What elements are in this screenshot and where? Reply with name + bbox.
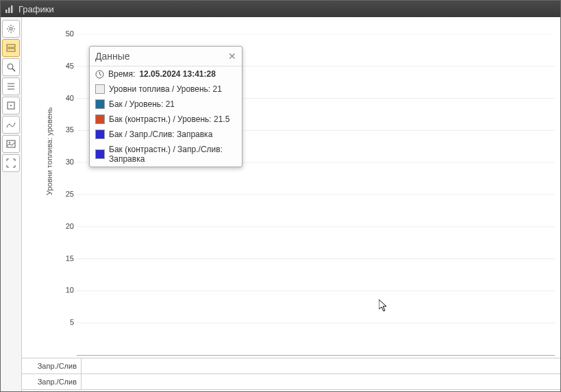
color-swatch xyxy=(95,114,105,124)
tool-zoom[interactable] xyxy=(2,58,20,76)
gantt-area: Запр./Слив Заправка Запр./Слив Заправка xyxy=(22,358,560,391)
tooltip-close-button[interactable]: ✕ xyxy=(228,51,236,62)
svg-rect-1 xyxy=(8,8,10,13)
tooltip-row-text: Бак / Запр./Слив: Заправка xyxy=(109,130,212,139)
svg-rect-0 xyxy=(5,10,8,13)
svg-point-6 xyxy=(8,64,13,69)
y-tick: 40 xyxy=(58,94,74,102)
color-swatch xyxy=(95,99,105,109)
gantt-row-label: Запр./Слив xyxy=(22,358,82,373)
y-tick: 50 xyxy=(58,29,74,38)
clock-icon xyxy=(95,70,104,79)
y-tick: 15 xyxy=(58,254,74,262)
chart-icon xyxy=(5,4,14,14)
y-tick: 5 xyxy=(58,318,74,326)
tool-image[interactable] xyxy=(2,135,20,153)
tooltip-row-text: Бак / Уровень: 21 xyxy=(109,99,175,109)
tool-fullscreen[interactable] xyxy=(2,154,20,172)
tool-panels[interactable] xyxy=(2,39,20,57)
y-axis-label: Уровни топлива: уровень xyxy=(45,107,53,195)
svg-rect-4 xyxy=(7,45,15,47)
svg-rect-5 xyxy=(7,49,15,51)
tooltip-row-text: Бак (контрастн.) / Запр./Слив: Заправка xyxy=(109,145,236,164)
color-swatch xyxy=(95,130,105,139)
y-tick: 25 xyxy=(58,190,74,198)
tool-list[interactable] xyxy=(2,77,20,95)
data-tooltip: Данные ✕ Время: 12.05.2024 13:41:28 Уров… xyxy=(89,46,242,167)
tooltip-row-text: Уровни топлива / Уровень: 21 xyxy=(109,84,222,94)
color-swatch xyxy=(95,149,105,159)
y-tick: 10 xyxy=(58,286,74,294)
y-tick: 30 xyxy=(58,158,74,166)
color-swatch xyxy=(95,84,105,94)
y-tick: 20 xyxy=(58,222,74,230)
y-tick: 35 xyxy=(58,125,74,134)
tooltip-title: Данные xyxy=(95,51,130,62)
gantt-row: Запр./Слив Заправка xyxy=(22,358,560,373)
tooltip-row-text: Бак (контрастн.) / Уровень: 21.5 xyxy=(109,114,229,124)
gantt-row-label: Запр./Слив xyxy=(22,374,82,389)
tool-smoothing[interactable] xyxy=(2,116,20,134)
svg-point-14 xyxy=(9,142,10,143)
chart-area[interactable]: Уровни топлива: уровень 5101520253035404… xyxy=(22,17,560,358)
tool-positioning[interactable] xyxy=(2,97,20,114)
svg-point-12 xyxy=(10,105,12,106)
svg-line-7 xyxy=(12,69,15,71)
y-tick: 45 xyxy=(58,62,74,70)
svg-rect-2 xyxy=(11,5,13,13)
tool-settings[interactable] xyxy=(2,20,20,38)
tooltip-time-value: 12.05.2024 13:41:28 xyxy=(139,69,215,79)
svg-point-3 xyxy=(10,27,12,30)
title-bar: Графики xyxy=(1,1,560,17)
tooltip-time-label: Время: xyxy=(108,69,135,79)
window-title: Графики xyxy=(18,4,54,14)
side-toolbar xyxy=(1,17,22,391)
gantt-row: Запр./Слив Заправка xyxy=(22,373,560,390)
